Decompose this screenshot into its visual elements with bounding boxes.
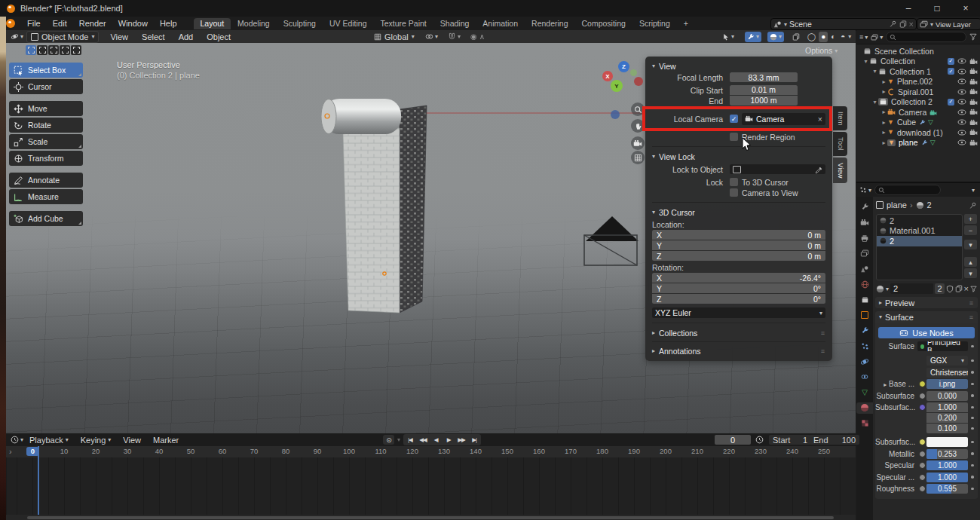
panel-surface[interactable]: ▾ Surface ≡ (875, 311, 978, 323)
collection-enable-checkbox[interactable]: ✓ (948, 99, 954, 106)
tab-scene[interactable] (856, 263, 873, 274)
snap-toggle-button[interactable]: ▾ (448, 32, 461, 41)
menu-edit[interactable]: Edit (47, 19, 73, 28)
gizmo-axis-x[interactable]: X (602, 71, 613, 81)
clip-end-field[interactable]: 1000 m (730, 96, 798, 106)
render-visibility-icon[interactable] (969, 99, 978, 106)
clip-start-field[interactable]: 0.01 m (730, 85, 798, 95)
shading-dropdown[interactable]: ▾ (848, 33, 851, 40)
specular-slider[interactable]: 1.000 (926, 460, 968, 470)
current-frame-field[interactable]: 0 (715, 435, 751, 445)
tab-constraints[interactable] (856, 372, 873, 383)
playhead[interactable] (38, 446, 39, 515)
timeline-ruler[interactable]: › 01020304050607080901001101201301401501… (6, 446, 856, 458)
outliner-display-mode[interactable]: ▾ (871, 34, 883, 41)
material-slot-selected[interactable]: 2 (877, 236, 962, 246)
pin-icon[interactable] (890, 20, 897, 28)
frame-start-field[interactable]: Start1 (769, 435, 811, 445)
radius-z-field[interactable]: 0.100 (926, 424, 968, 433)
workspace-tab-texture-paint[interactable]: Texture Paint (374, 18, 433, 29)
tab-active-tool[interactable] (856, 201, 873, 213)
move-slot-down-button[interactable]: ▾ (964, 268, 977, 278)
local-camera-checkbox[interactable]: ✓ (730, 115, 738, 123)
tool-annotate[interactable]: Annotate (9, 173, 83, 188)
panel-header-view-lock[interactable]: ▾View Lock (652, 151, 825, 162)
subsurface-color-swatch[interactable] (926, 437, 968, 447)
surface-shader-field[interactable]: Principled B... (917, 341, 968, 351)
outliner-row-plane-002[interactable]: ▸ ▼ Plane.002 (856, 77, 980, 87)
subsurface-field[interactable]: 0.000 (926, 391, 968, 401)
add-workspace-button[interactable]: + (677, 18, 695, 29)
users-count-badge[interactable]: 2 (935, 283, 944, 294)
radius-x-field[interactable]: 1.000 (926, 402, 968, 412)
workspace-tab-sculpting[interactable]: Sculpting (277, 18, 323, 29)
select-mode-extend[interactable] (48, 45, 59, 55)
camera-to-view-checkbox[interactable] (730, 188, 738, 197)
workspace-tab-animation[interactable]: Animation (476, 18, 525, 29)
new-material-icon[interactable] (955, 285, 963, 292)
gizmo-axis-z[interactable]: Z (618, 61, 629, 72)
rotation-order-dropdown[interactable]: XYZ Euler ▾ (652, 307, 825, 318)
tool-transform[interactable]: Transform (9, 151, 83, 166)
hide-eye-icon[interactable] (957, 99, 966, 105)
workspace-tab-shading[interactable]: Shading (433, 18, 476, 29)
menu-view[interactable]: View (103, 32, 135, 41)
maximize-button[interactable]: □ (923, 1, 951, 17)
panel-header-collections[interactable]: ▸Collections ≡ (652, 327, 825, 338)
render-visibility-icon[interactable] (969, 129, 978, 136)
material-icon[interactable] (876, 285, 884, 293)
breadcrumb-object[interactable]: plane (887, 200, 907, 210)
outliner-row-camera[interactable]: ▸ Camera (856, 107, 980, 118)
hide-eye-icon[interactable] (957, 78, 966, 84)
render-visibility-icon[interactable] (969, 78, 978, 85)
tool-measure[interactable]: Measure (9, 189, 83, 204)
remove-slot-button[interactable]: − (964, 225, 977, 235)
menu-view[interactable]: View (117, 436, 147, 445)
tool-move[interactable]: Move (9, 101, 83, 116)
tool-scale[interactable]: Scale (9, 134, 83, 149)
unlink-material-icon[interactable]: × (964, 284, 969, 293)
panel-preview[interactable]: ▸ Preview ≡ (875, 297, 978, 308)
outliner-row-scene-collection[interactable]: Scene Collection (856, 46, 980, 57)
timeline-editor-button[interactable]: ▾ (6, 436, 23, 444)
tool-add-cube[interactable]: Add Cube (9, 211, 83, 226)
shading-rendered-button[interactable]: ◓ (838, 32, 847, 42)
lock-to-object-field[interactable] (730, 164, 825, 174)
subsurface-method-dropdown[interactable]: Christensen-...▾ (926, 368, 968, 378)
shading-solid-button[interactable]: ● (819, 32, 828, 42)
unlink-scene-icon[interactable]: × (909, 20, 914, 29)
timeline-scrollbar[interactable] (6, 515, 856, 520)
new-scene-icon[interactable] (899, 20, 907, 28)
blender-menu-icon[interactable] (6, 19, 15, 28)
outliner-search-input[interactable] (886, 32, 966, 42)
shading-wireframe-button[interactable]: ◯ (805, 32, 818, 42)
zoom-view-button[interactable] (631, 102, 645, 116)
workspace-tab-scripting[interactable]: Scripting (632, 18, 677, 29)
editor-type-button[interactable]: ▾ (6, 32, 23, 41)
render-visibility-icon[interactable] (969, 58, 978, 65)
properties-options-dropdown[interactable]: ▾ (972, 187, 977, 194)
scene-selector[interactable]: ▾ Scene × (770, 18, 917, 30)
use-nodes-button[interactable]: Use Nodes (878, 327, 975, 338)
fake-user-shield-icon[interactable] (946, 285, 954, 293)
metallic-slider[interactable]: 0.253 (926, 449, 968, 459)
hide-eye-icon[interactable] (957, 109, 966, 115)
hide-eye-icon[interactable] (957, 89, 966, 95)
jump-to-end-button[interactable]: ▶| (468, 435, 480, 445)
tab-object-data[interactable]: ▽ (856, 387, 873, 398)
cursor-rot-z[interactable]: Z0° (652, 294, 825, 304)
view-layer-selector[interactable]: ▾ View Layer (917, 18, 980, 30)
timeline-tracks[interactable] (6, 457, 856, 515)
menu-window[interactable]: Window (112, 19, 154, 28)
outliner-row-collection-2[interactable]: ▾ Collection 2 ✓ (856, 97, 980, 108)
hide-eye-icon[interactable] (957, 119, 966, 125)
collection-enable-checkbox[interactable]: ✓ (948, 68, 954, 75)
gizmo-axis-x-neg[interactable] (634, 77, 643, 86)
selectability-button[interactable]: ▾ (722, 33, 734, 41)
distribution-dropdown[interactable]: GGX▾ (926, 356, 968, 366)
pan-view-button[interactable] (631, 119, 645, 133)
filter-icon[interactable] (970, 286, 977, 292)
outliner-row-cube[interactable]: ▸ ▼ Cube ▽ (856, 118, 980, 128)
render-region-checkbox[interactable] (730, 133, 738, 141)
tab-output[interactable] (856, 232, 873, 243)
